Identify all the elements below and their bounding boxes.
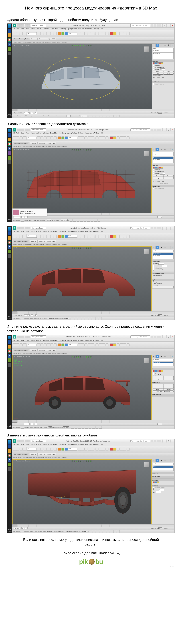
menu-tools[interactable]: Tools (16, 444, 19, 445)
zoom-icon[interactable] (89, 426, 91, 428)
menu-modifiers[interactable]: Modifiers (36, 132, 41, 134)
material-editor-icon[interactable] (110, 448, 113, 451)
ribbon-tab-2[interactable]: Selection (38, 349, 46, 351)
pan-icon[interactable] (110, 115, 113, 117)
toolbar-button[interactable] (102, 136, 105, 140)
panel-tab-hierarchy-icon[interactable]: ⬒ (159, 355, 163, 358)
scale-tool-icon[interactable] (65, 344, 68, 346)
maximize-button[interactable]: ▢ (166, 227, 171, 230)
key-filters-dropdown[interactable]: No Selection Fil (53, 426, 62, 428)
subobj-edge-icon[interactable] (155, 62, 157, 64)
subobj-vertex-icon[interactable] (153, 482, 155, 483)
use-soft-sel-checkbox[interactable] (153, 83, 154, 85)
key-filters-button[interactable]: Key Filters... (63, 426, 69, 428)
note-icon[interactable] (7, 47, 11, 51)
render-setup-icon[interactable] (113, 32, 116, 35)
windows-start-icon[interactable] (7, 336, 11, 340)
ribbon-tab-0[interactable]: Graphite Modeling Tools (13, 142, 29, 144)
subobj-edge-icon[interactable] (155, 370, 157, 372)
listener-icon[interactable] (21, 317, 24, 320)
qat-open-icon[interactable] (19, 128, 22, 131)
by-angle-checkbox[interactable] (153, 173, 154, 174)
app-icon[interactable] (7, 467, 11, 471)
toolbar-button[interactable] (123, 136, 126, 140)
chamfer-button[interactable]: Chamfer (153, 386, 163, 388)
app-logo-icon[interactable]: 3 (13, 335, 16, 338)
toolbar-button[interactable] (23, 32, 26, 35)
loop-button[interactable]: Loop (163, 73, 174, 74)
time-slider[interactable] (12, 524, 175, 527)
use-soft-sel-checkbox[interactable] (153, 188, 154, 189)
rotate-tool-icon[interactable] (61, 136, 64, 140)
auto-weld-checkbox[interactable] (153, 487, 154, 488)
signin-icon[interactable] (154, 129, 156, 131)
toolbar-button[interactable] (13, 32, 16, 35)
toolbar-button[interactable] (54, 136, 57, 140)
coord-z-field[interactable]: Z: (25, 216, 28, 218)
qat-open-icon[interactable] (19, 227, 22, 229)
goto-end-icon[interactable] (103, 115, 106, 117)
maximize-viewport-icon[interactable] (117, 115, 120, 117)
workspace-dropdown[interactable]: Workspace: Default (31, 336, 46, 338)
next-frame-icon[interactable] (100, 530, 102, 533)
toolbar-button[interactable] (37, 344, 40, 346)
toolbar-button[interactable] (20, 344, 22, 346)
viewcube[interactable] (143, 357, 150, 364)
key-filters-dropdown[interactable]: No Selection Fil (52, 220, 60, 221)
qat-new-icon[interactable] (17, 227, 19, 229)
toolbar-button[interactable] (81, 448, 84, 451)
help-search-input[interactable]: Type a keyword or phrase (130, 128, 150, 131)
toolbar-button[interactable] (44, 344, 47, 346)
infocenter-icon[interactable] (151, 129, 153, 131)
toolbar-button[interactable] (123, 32, 126, 35)
panel-tab-create-icon[interactable]: ✦ (152, 459, 156, 462)
panel-tab-utilities-icon[interactable]: 🔧 (171, 459, 175, 462)
infocenter-icon[interactable] (151, 24, 153, 26)
toolbar-button[interactable] (37, 136, 40, 140)
toolbar-button[interactable] (127, 344, 129, 346)
render-icon[interactable] (117, 448, 119, 451)
toolbar-button[interactable] (120, 136, 123, 140)
angle-spinner[interactable]: 45.0 (160, 173, 165, 174)
close-button[interactable]: ✕ (171, 440, 175, 442)
menu-customize[interactable]: Customize (85, 340, 91, 341)
menu-civil view[interactable]: Civil View (78, 132, 84, 134)
frame-field[interactable]: 0 (88, 531, 89, 532)
coord-x-field[interactable]: X: 1.000 (14, 216, 20, 218)
goto-start-icon[interactable] (71, 426, 74, 428)
windows-start-icon[interactable] (7, 227, 11, 231)
toolbar-button[interactable] (23, 136, 26, 140)
qat-open-icon[interactable] (19, 440, 22, 442)
panel-tab-hierarchy-icon[interactable]: ⬒ (159, 44, 163, 47)
render-setup-icon[interactable] (113, 136, 116, 140)
ribbon-tab-2[interactable]: Selection (38, 142, 46, 144)
toolbar-button[interactable] (44, 32, 47, 35)
qat-new-icon[interactable] (17, 128, 19, 131)
material-editor-icon[interactable] (110, 32, 113, 35)
loop-button[interactable]: Loop (163, 378, 174, 380)
key-filters-button[interactable]: Key Filters... (63, 318, 69, 320)
toolbar-button[interactable] (40, 235, 43, 238)
qat-undo-icon[interactable] (25, 128, 27, 131)
menu-maxscript[interactable]: MAXScript (93, 231, 99, 232)
connect-button[interactable]: Connect (163, 388, 174, 390)
toolbar-button[interactable] (102, 448, 105, 451)
coord-y-field[interactable]: Y: (31, 112, 33, 114)
maximize-button[interactable]: ▢ (166, 440, 171, 442)
toolbar-button[interactable] (78, 344, 81, 346)
key-filters-button[interactable]: Key Filters... (81, 115, 87, 117)
explicit-normals-checkbox[interactable] (153, 269, 154, 270)
menu-create[interactable]: Create (31, 28, 35, 30)
coord-x-field[interactable]: X: 1.000 (24, 112, 30, 114)
toolbar-button[interactable] (95, 448, 98, 451)
subobj-vertex-icon[interactable] (153, 167, 155, 168)
word-icon[interactable]: W (7, 458, 11, 462)
ribbon-tab-3[interactable]: Object Paint (46, 349, 56, 351)
toolbar-button[interactable] (37, 32, 40, 35)
loop-button[interactable]: Loop (163, 177, 174, 179)
menu-customize[interactable]: Customize (85, 231, 91, 232)
ignore-backfacing-checkbox[interactable] (153, 374, 154, 376)
toolbar-button[interactable] (47, 448, 50, 451)
chrome-icon[interactable] (7, 240, 11, 244)
qat-save-icon[interactable] (22, 336, 24, 338)
